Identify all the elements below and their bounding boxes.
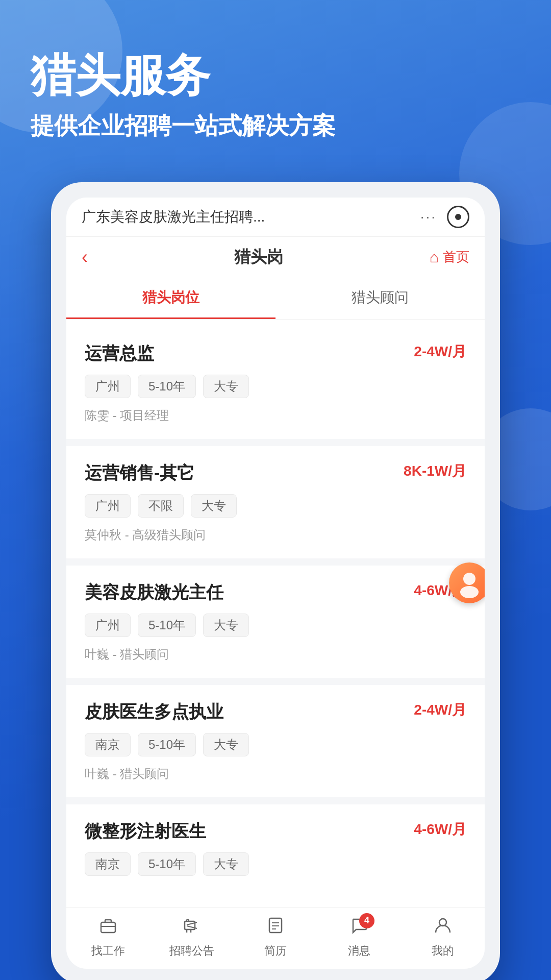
home-label: 首页 <box>443 248 469 266</box>
megaphone-icon <box>183 916 201 939</box>
job-card-3[interactable]: 美容皮肤激光主任 4-6W/月 广州 5-10年 大专 叶巍 - 猎头顾问 <box>66 566 485 678</box>
job-tags-3: 广州 5-10年 大专 <box>85 614 466 637</box>
tag-city-1: 广州 <box>85 375 131 398</box>
job-title-2: 运营销售-其它 <box>85 461 194 485</box>
nav-resume[interactable]: 简历 <box>234 916 317 959</box>
job-header-3: 美容皮肤激光主任 4-6W/月 <box>85 581 466 604</box>
home-icon: ⌂ <box>430 249 439 266</box>
job-consultant-3: 叶巍 - 猎头顾问 <box>85 646 466 663</box>
nav-recruit[interactable]: 招聘公告 <box>150 916 234 959</box>
tag-edu-4: 大专 <box>203 733 249 756</box>
svg-point-0 <box>463 573 475 585</box>
tab-bar: 猎头岗位 猎头顾问 <box>66 278 485 320</box>
job-header-5: 微整形注射医生 4-6W/月 <box>85 820 466 843</box>
job-header-1: 运营总监 2-4W/月 <box>85 342 466 365</box>
app-bar-icons: ··· <box>420 206 469 228</box>
phone-mockup: 广东美容皮肤激光主任招聘... ··· ‹ 猎头岗 ⌂ 首页 <box>51 182 500 980</box>
job-title-1: 运营总监 <box>85 342 154 365</box>
tag-exp-2: 不限 <box>138 494 184 518</box>
back-button[interactable]: ‹ <box>82 247 88 268</box>
nav-messages[interactable]: 4 消息 <box>317 916 401 959</box>
tag-edu-5: 大专 <box>203 852 249 876</box>
job-header-4: 皮肤医生多点执业 2-4W/月 <box>85 700 466 724</box>
nav-title: 猎头岗 <box>234 246 283 268</box>
briefcase-icon <box>99 916 117 939</box>
tag-exp-1: 5-10年 <box>138 375 196 398</box>
document-icon <box>266 916 285 939</box>
nav-recruit-label: 招聘公告 <box>169 943 214 959</box>
nav-find-job[interactable]: 找工作 <box>66 916 150 959</box>
job-consultant-4: 叶巍 - 猎头顾问 <box>85 766 466 782</box>
job-salary-2: 8K-1W/月 <box>404 461 466 481</box>
job-title-5: 微整形注射医生 <box>85 820 206 843</box>
job-tags-1: 广州 5-10年 大专 <box>85 375 466 398</box>
job-tags-2: 广州 不限 大专 <box>85 494 466 518</box>
record-icon[interactable] <box>447 206 469 228</box>
home-button[interactable]: ⌂ 首页 <box>430 248 469 266</box>
job-tags-5: 南京 5-10年 大专 <box>85 852 466 876</box>
tag-edu-1: 大专 <box>203 375 249 398</box>
tag-exp-3: 5-10年 <box>138 614 196 637</box>
person-icon <box>434 916 452 939</box>
tag-city-4: 南京 <box>85 733 131 756</box>
tag-city-3: 广州 <box>85 614 131 637</box>
job-tags-4: 南京 5-10年 大专 <box>85 733 466 756</box>
nav-resume-label: 简历 <box>264 943 287 959</box>
tag-edu-2: 大专 <box>191 494 237 518</box>
header-title: 猎头服务 <box>31 51 520 101</box>
nav-find-job-label: 找工作 <box>91 943 125 959</box>
job-header-2: 运营销售-其它 8K-1W/月 <box>85 461 466 485</box>
app-bar-title: 广东美容皮肤激光主任招聘... <box>82 207 420 227</box>
job-salary-4: 2-4W/月 <box>414 700 466 720</box>
tag-exp-4: 5-10年 <box>138 733 196 756</box>
tab-consultants[interactable]: 猎头顾问 <box>276 278 485 319</box>
svg-point-1 <box>460 586 479 598</box>
job-consultant-1: 陈雯 - 项目经理 <box>85 407 466 424</box>
svg-rect-2 <box>101 922 115 933</box>
job-title-4: 皮肤医生多点执业 <box>85 700 223 724</box>
job-list: 运营总监 2-4W/月 广州 5-10年 大专 陈雯 - 项目经理 运营销售-其… <box>66 327 485 900</box>
job-card-4[interactable]: 皮肤医生多点执业 2-4W/月 南京 5-10年 大专 叶巍 - 猎头顾问 <box>66 685 485 797</box>
nav-profile-label: 我的 <box>432 943 454 959</box>
tag-edu-3: 大专 <box>203 614 249 637</box>
tag-exp-5: 5-10年 <box>138 852 196 876</box>
job-card-1[interactable]: 运营总监 2-4W/月 广州 5-10年 大专 陈雯 - 项目经理 <box>66 327 485 439</box>
header-section: 猎头服务 提供企业招聘一站式解决方案 <box>0 0 551 162</box>
job-salary-1: 2-4W/月 <box>414 342 466 361</box>
bottom-nav: 找工作 招聘公告 <box>66 908 485 969</box>
tag-city-2: 广州 <box>85 494 131 518</box>
svg-rect-4 <box>185 921 195 929</box>
job-card-2[interactable]: 运营销售-其它 8K-1W/月 广州 不限 大专 莫仲秋 - 高级猎头顾问 <box>66 446 485 558</box>
job-title-3: 美容皮肤激光主任 <box>85 581 223 604</box>
job-salary-5: 4-6W/月 <box>414 820 466 839</box>
nav-bar: ‹ 猎头岗 ⌂ 首页 <box>66 237 485 278</box>
message-badge: 4 <box>359 913 374 928</box>
tab-positions[interactable]: 猎头岗位 <box>66 278 276 319</box>
record-inner <box>455 214 461 220</box>
phone-wrapper: 广东美容皮肤激光主任招聘... ··· ‹ 猎头岗 ⌂ 首页 <box>0 182 551 980</box>
nav-profile[interactable]: 我的 <box>401 916 485 959</box>
floating-avatar[interactable] <box>449 562 485 603</box>
phone-screen: 广东美容皮肤激光主任招聘... ··· ‹ 猎头岗 ⌂ 首页 <box>66 198 485 969</box>
job-card-5[interactable]: 微整形注射医生 4-6W/月 南京 5-10年 大专 <box>66 804 485 900</box>
tag-city-5: 南京 <box>85 852 131 876</box>
job-consultant-2: 莫仲秋 - 高级猎头顾问 <box>85 527 466 543</box>
app-top-bar: 广东美容皮肤激光主任招聘... ··· <box>66 198 485 237</box>
more-icon[interactable]: ··· <box>420 209 437 225</box>
nav-messages-label: 消息 <box>348 943 370 959</box>
header-subtitle: 提供企业招聘一站式解决方案 <box>31 111 520 141</box>
